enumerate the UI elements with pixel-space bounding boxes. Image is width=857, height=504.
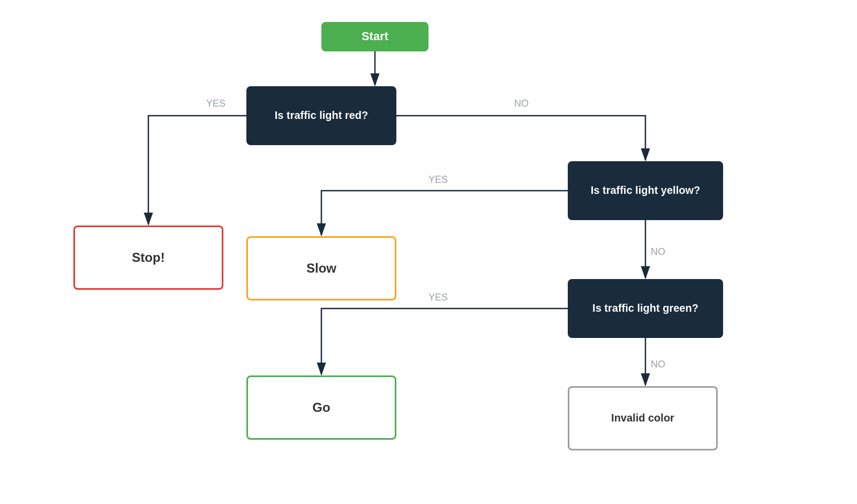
slow-label: Slow xyxy=(306,261,336,276)
invalid-node: Invalid color xyxy=(568,386,718,450)
yes-label-q2-slow: YES xyxy=(428,174,448,185)
q1-node: Is traffic light red? xyxy=(246,86,396,145)
go-node: Go xyxy=(246,375,396,440)
invalid-label: Invalid color xyxy=(611,412,674,424)
no-label-q2-q3: NO xyxy=(651,246,665,257)
no-label-q1-q2: NO xyxy=(514,98,529,109)
yes-label-q1-stop: YES xyxy=(206,98,225,109)
yes-label-q3-go: YES xyxy=(428,292,448,303)
q3-label: Is traffic light green? xyxy=(592,302,698,314)
slow-node: Slow xyxy=(246,236,396,300)
q1-label: Is traffic light red? xyxy=(275,109,368,122)
stop-node: Stop! xyxy=(73,225,223,290)
no-label-q3-invalid: NO xyxy=(651,359,665,370)
q2-node: Is traffic light yellow? xyxy=(568,161,723,220)
stop-label: Stop! xyxy=(132,250,164,265)
flowchart-diagram: YES NO YES NO YES NO Start Is traffic li… xyxy=(54,11,803,493)
q3-node: Is traffic light green? xyxy=(568,279,723,338)
start-node: Start xyxy=(321,22,428,51)
go-label: Go xyxy=(312,400,330,415)
start-label: Start xyxy=(362,29,388,43)
q2-label: Is traffic light yellow? xyxy=(591,184,700,197)
